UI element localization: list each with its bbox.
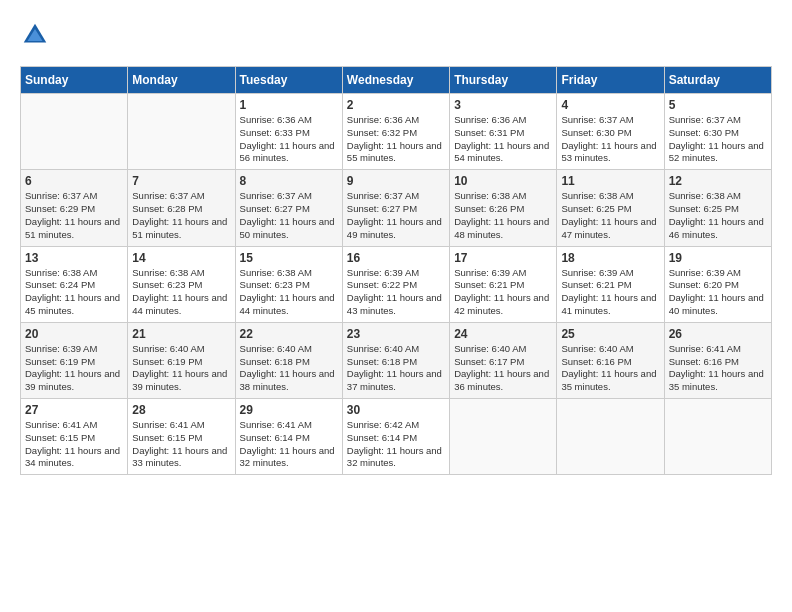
- day-info: Sunrise: 6:39 AM Sunset: 6:19 PM Dayligh…: [25, 343, 123, 394]
- day-info: Sunrise: 6:39 AM Sunset: 6:22 PM Dayligh…: [347, 267, 445, 318]
- day-number: 3: [454, 98, 552, 112]
- day-number: 29: [240, 403, 338, 417]
- day-info: Sunrise: 6:39 AM Sunset: 6:20 PM Dayligh…: [669, 267, 767, 318]
- calendar-cell: 10Sunrise: 6:38 AM Sunset: 6:26 PM Dayli…: [450, 170, 557, 246]
- calendar-cell: 27Sunrise: 6:41 AM Sunset: 6:15 PM Dayli…: [21, 399, 128, 475]
- day-info: Sunrise: 6:41 AM Sunset: 6:15 PM Dayligh…: [132, 419, 230, 470]
- day-info: Sunrise: 6:40 AM Sunset: 6:17 PM Dayligh…: [454, 343, 552, 394]
- day-of-week-header: Thursday: [450, 67, 557, 94]
- calendar-cell: [128, 94, 235, 170]
- day-info: Sunrise: 6:41 AM Sunset: 6:15 PM Dayligh…: [25, 419, 123, 470]
- day-number: 23: [347, 327, 445, 341]
- day-number: 28: [132, 403, 230, 417]
- day-info: Sunrise: 6:38 AM Sunset: 6:25 PM Dayligh…: [561, 190, 659, 241]
- calendar-cell: 4Sunrise: 6:37 AM Sunset: 6:30 PM Daylig…: [557, 94, 664, 170]
- calendar-cell: [21, 94, 128, 170]
- calendar-cell: 29Sunrise: 6:41 AM Sunset: 6:14 PM Dayli…: [235, 399, 342, 475]
- day-number: 18: [561, 251, 659, 265]
- day-number: 14: [132, 251, 230, 265]
- page-header: [20, 20, 772, 50]
- calendar-cell: 2Sunrise: 6:36 AM Sunset: 6:32 PM Daylig…: [342, 94, 449, 170]
- day-info: Sunrise: 6:38 AM Sunset: 6:24 PM Dayligh…: [25, 267, 123, 318]
- day-info: Sunrise: 6:41 AM Sunset: 6:16 PM Dayligh…: [669, 343, 767, 394]
- calendar-cell: 8Sunrise: 6:37 AM Sunset: 6:27 PM Daylig…: [235, 170, 342, 246]
- calendar-cell: 19Sunrise: 6:39 AM Sunset: 6:20 PM Dayli…: [664, 246, 771, 322]
- day-info: Sunrise: 6:40 AM Sunset: 6:18 PM Dayligh…: [347, 343, 445, 394]
- calendar-cell: 14Sunrise: 6:38 AM Sunset: 6:23 PM Dayli…: [128, 246, 235, 322]
- day-number: 26: [669, 327, 767, 341]
- calendar-week-row: 27Sunrise: 6:41 AM Sunset: 6:15 PM Dayli…: [21, 399, 772, 475]
- logo-icon: [20, 20, 50, 50]
- day-info: Sunrise: 6:37 AM Sunset: 6:27 PM Dayligh…: [347, 190, 445, 241]
- calendar-header-row: SundayMondayTuesdayWednesdayThursdayFrid…: [21, 67, 772, 94]
- day-number: 5: [669, 98, 767, 112]
- calendar-cell: 26Sunrise: 6:41 AM Sunset: 6:16 PM Dayli…: [664, 322, 771, 398]
- day-info: Sunrise: 6:39 AM Sunset: 6:21 PM Dayligh…: [454, 267, 552, 318]
- calendar-cell: 13Sunrise: 6:38 AM Sunset: 6:24 PM Dayli…: [21, 246, 128, 322]
- day-info: Sunrise: 6:38 AM Sunset: 6:23 PM Dayligh…: [240, 267, 338, 318]
- calendar-cell: 1Sunrise: 6:36 AM Sunset: 6:33 PM Daylig…: [235, 94, 342, 170]
- calendar-cell: 12Sunrise: 6:38 AM Sunset: 6:25 PM Dayli…: [664, 170, 771, 246]
- day-of-week-header: Monday: [128, 67, 235, 94]
- calendar-cell: 6Sunrise: 6:37 AM Sunset: 6:29 PM Daylig…: [21, 170, 128, 246]
- day-number: 6: [25, 174, 123, 188]
- calendar-cell: 17Sunrise: 6:39 AM Sunset: 6:21 PM Dayli…: [450, 246, 557, 322]
- day-number: 7: [132, 174, 230, 188]
- day-info: Sunrise: 6:36 AM Sunset: 6:33 PM Dayligh…: [240, 114, 338, 165]
- day-number: 13: [25, 251, 123, 265]
- calendar-cell: [664, 399, 771, 475]
- day-info: Sunrise: 6:38 AM Sunset: 6:25 PM Dayligh…: [669, 190, 767, 241]
- day-info: Sunrise: 6:40 AM Sunset: 6:19 PM Dayligh…: [132, 343, 230, 394]
- calendar-week-row: 6Sunrise: 6:37 AM Sunset: 6:29 PM Daylig…: [21, 170, 772, 246]
- calendar-cell: [450, 399, 557, 475]
- calendar-cell: 18Sunrise: 6:39 AM Sunset: 6:21 PM Dayli…: [557, 246, 664, 322]
- day-number: 24: [454, 327, 552, 341]
- day-number: 20: [25, 327, 123, 341]
- calendar-cell: 22Sunrise: 6:40 AM Sunset: 6:18 PM Dayli…: [235, 322, 342, 398]
- day-number: 11: [561, 174, 659, 188]
- calendar-cell: 21Sunrise: 6:40 AM Sunset: 6:19 PM Dayli…: [128, 322, 235, 398]
- calendar-cell: 15Sunrise: 6:38 AM Sunset: 6:23 PM Dayli…: [235, 246, 342, 322]
- day-info: Sunrise: 6:40 AM Sunset: 6:18 PM Dayligh…: [240, 343, 338, 394]
- day-info: Sunrise: 6:37 AM Sunset: 6:27 PM Dayligh…: [240, 190, 338, 241]
- day-info: Sunrise: 6:38 AM Sunset: 6:26 PM Dayligh…: [454, 190, 552, 241]
- day-number: 2: [347, 98, 445, 112]
- day-number: 27: [25, 403, 123, 417]
- day-number: 30: [347, 403, 445, 417]
- day-number: 9: [347, 174, 445, 188]
- day-number: 19: [669, 251, 767, 265]
- day-number: 17: [454, 251, 552, 265]
- day-info: Sunrise: 6:42 AM Sunset: 6:14 PM Dayligh…: [347, 419, 445, 470]
- day-number: 22: [240, 327, 338, 341]
- calendar-week-row: 20Sunrise: 6:39 AM Sunset: 6:19 PM Dayli…: [21, 322, 772, 398]
- calendar-week-row: 13Sunrise: 6:38 AM Sunset: 6:24 PM Dayli…: [21, 246, 772, 322]
- day-info: Sunrise: 6:41 AM Sunset: 6:14 PM Dayligh…: [240, 419, 338, 470]
- calendar-cell: 5Sunrise: 6:37 AM Sunset: 6:30 PM Daylig…: [664, 94, 771, 170]
- day-of-week-header: Sunday: [21, 67, 128, 94]
- calendar-cell: 20Sunrise: 6:39 AM Sunset: 6:19 PM Dayli…: [21, 322, 128, 398]
- logo: [20, 20, 54, 50]
- calendar-cell: [557, 399, 664, 475]
- calendar-cell: 28Sunrise: 6:41 AM Sunset: 6:15 PM Dayli…: [128, 399, 235, 475]
- day-of-week-header: Friday: [557, 67, 664, 94]
- day-info: Sunrise: 6:37 AM Sunset: 6:30 PM Dayligh…: [561, 114, 659, 165]
- day-number: 15: [240, 251, 338, 265]
- day-number: 1: [240, 98, 338, 112]
- calendar-cell: 3Sunrise: 6:36 AM Sunset: 6:31 PM Daylig…: [450, 94, 557, 170]
- calendar-cell: 23Sunrise: 6:40 AM Sunset: 6:18 PM Dayli…: [342, 322, 449, 398]
- day-info: Sunrise: 6:40 AM Sunset: 6:16 PM Dayligh…: [561, 343, 659, 394]
- day-number: 12: [669, 174, 767, 188]
- day-number: 16: [347, 251, 445, 265]
- day-of-week-header: Saturday: [664, 67, 771, 94]
- calendar-week-row: 1Sunrise: 6:36 AM Sunset: 6:33 PM Daylig…: [21, 94, 772, 170]
- calendar-cell: 24Sunrise: 6:40 AM Sunset: 6:17 PM Dayli…: [450, 322, 557, 398]
- calendar-table: SundayMondayTuesdayWednesdayThursdayFrid…: [20, 66, 772, 475]
- day-of-week-header: Tuesday: [235, 67, 342, 94]
- calendar-cell: 16Sunrise: 6:39 AM Sunset: 6:22 PM Dayli…: [342, 246, 449, 322]
- day-number: 8: [240, 174, 338, 188]
- calendar-cell: 9Sunrise: 6:37 AM Sunset: 6:27 PM Daylig…: [342, 170, 449, 246]
- day-info: Sunrise: 6:36 AM Sunset: 6:32 PM Dayligh…: [347, 114, 445, 165]
- day-number: 25: [561, 327, 659, 341]
- day-info: Sunrise: 6:39 AM Sunset: 6:21 PM Dayligh…: [561, 267, 659, 318]
- day-info: Sunrise: 6:38 AM Sunset: 6:23 PM Dayligh…: [132, 267, 230, 318]
